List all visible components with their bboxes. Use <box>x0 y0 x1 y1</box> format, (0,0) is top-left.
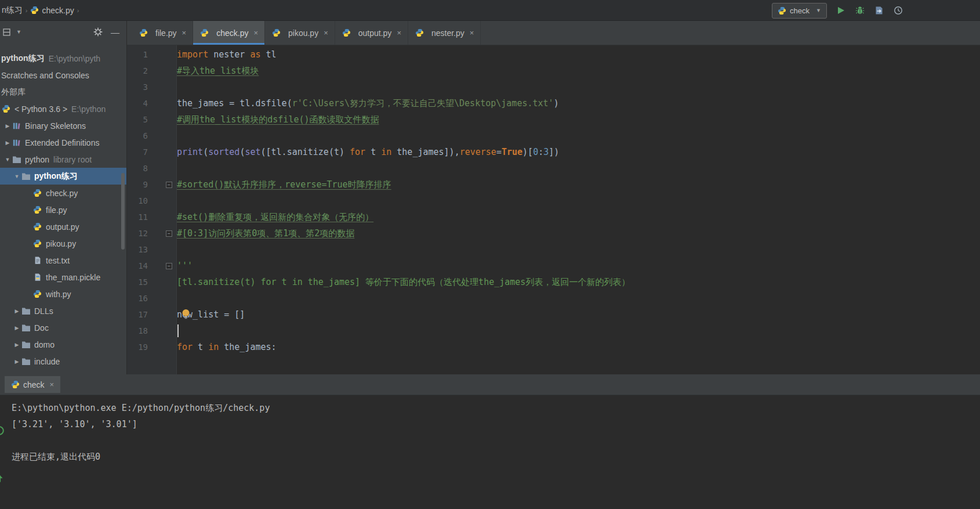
python-file-icon <box>778 6 786 15</box>
fold-marker-icon[interactable]: − <box>166 230 172 237</box>
code-text: import nester as tl <box>177 46 980 63</box>
fold-marker-icon[interactable]: − <box>166 182 172 188</box>
tab-close-icon[interactable]: × <box>397 28 401 37</box>
tab-close-icon[interactable]: × <box>50 380 55 389</box>
project-panel-header: ▼ — <box>0 21 126 43</box>
console-line: 进程已结束,退出代码0 <box>12 449 980 465</box>
chevron-collapsed-icon[interactable]: ▶ <box>13 325 21 331</box>
folder-icon <box>21 323 31 333</box>
editor-tab-label: pikou.py <box>288 28 318 38</box>
library-icon <box>12 138 21 147</box>
tree-item-label: domo <box>34 340 55 349</box>
tree-item[interactable]: ▼pythonlibrary root <box>0 151 126 168</box>
tree-item-hint: E:\python <box>71 104 106 114</box>
console-output[interactable]: E:\python\python.exe E:/python/python练习/… <box>0 395 980 465</box>
breadcrumb-project[interactable]: n练习 <box>2 5 23 16</box>
tree-item[interactable]: ▼python练习 <box>0 168 126 185</box>
coverage-button[interactable] <box>874 5 884 16</box>
line-number: 9 <box>127 176 148 193</box>
tree-item[interactable]: check.py <box>0 185 126 201</box>
tab-close-icon[interactable]: × <box>324 28 328 37</box>
breadcrumb-file-label: check.py <box>42 6 74 15</box>
code-line: 7print(sorted(set([tl.sanitize(t) for t … <box>127 144 980 160</box>
tree-item[interactable]: Scratches and Consoles <box>0 67 126 84</box>
line-number: 3 <box>127 79 148 95</box>
chevron-collapsed-icon[interactable]: ▶ <box>13 308 21 314</box>
code-text: [tl.sanitize(t) for t in the_james] 等价于下… <box>177 274 980 290</box>
folder-icon <box>21 306 31 316</box>
title-bar: n练习 › check.py › check ▼ <box>0 0 980 21</box>
editor-tab[interactable]: output.py× <box>335 21 408 45</box>
tree-item-label: the_man.pickle <box>46 273 100 282</box>
tree-item[interactable]: ▶DLLs <box>0 302 126 319</box>
tree-item-label: 外部库 <box>1 87 26 98</box>
line-number: 13 <box>127 241 148 258</box>
tree-item[interactable]: pikou.py <box>0 235 126 252</box>
code-line: 13 <box>127 241 980 258</box>
tab-close-icon[interactable]: × <box>182 28 187 37</box>
tree-item-hint: library root <box>53 155 92 164</box>
tree-item-label: python <box>25 155 49 164</box>
code-line: 19for t in the_james: <box>127 339 980 355</box>
tree-item-label: output.py <box>46 222 79 232</box>
code-text <box>177 128 980 144</box>
run-config-selector[interactable]: check ▼ <box>772 3 827 19</box>
rerun-icon[interactable] <box>0 425 5 436</box>
editor-tab[interactable]: file.py× <box>132 21 193 45</box>
run-button[interactable] <box>836 5 846 16</box>
editor-tab[interactable]: pikou.py× <box>265 21 335 45</box>
project-view-selector[interactable]: ▼ <box>3 28 21 36</box>
tree-item[interactable]: output.py <box>0 218 126 235</box>
line-number: 5 <box>127 111 148 128</box>
tree-item[interactable]: ▶domo <box>0 336 126 353</box>
python-file-icon <box>415 28 424 38</box>
breadcrumb-separator-icon: › <box>26 7 28 14</box>
tree-item[interactable]: ▶Extended Definitions <box>0 134 126 151</box>
tree-item[interactable]: python练习E:\python\pyth <box>0 50 126 67</box>
profiler-button[interactable] <box>893 5 903 16</box>
code-line: 18 <box>127 323 980 339</box>
tree-item[interactable]: test.txt <box>0 252 126 269</box>
tree-item-label: pikou.py <box>46 239 76 248</box>
code-text: print(sorted(set([tl.sanitize(t) for t i… <box>177 144 980 160</box>
code-text <box>177 323 980 339</box>
tree-item[interactable]: with.py <box>0 286 126 302</box>
tree-item[interactable]: 外部库 <box>0 84 126 100</box>
editor-tab[interactable]: check.py× <box>193 21 265 45</box>
tab-close-icon[interactable]: × <box>253 28 258 37</box>
tree-item-label: file.py <box>46 205 67 215</box>
code-lines: 1import nester as tl2#导入the_list模块34the_… <box>127 46 980 355</box>
tree-item[interactable]: < Python 3.6 >E:\python <box>0 100 126 117</box>
python-file-icon <box>342 28 351 38</box>
code-text: #调用the_list模块的dsfile()函数读取文件数据 <box>177 111 980 128</box>
line-number: 8 <box>127 160 148 176</box>
folder-icon <box>12 155 21 164</box>
fold-marker-icon[interactable]: − <box>166 263 172 269</box>
intention-bulb-icon[interactable] <box>181 309 191 320</box>
console-tab-check[interactable]: check × <box>5 376 60 393</box>
scroll-up-icon[interactable] <box>0 473 5 483</box>
chevron-expanded-icon[interactable]: ▼ <box>3 157 12 163</box>
editor-area[interactable]: 1import nester as tl2#导入the_list模块34the_… <box>127 45 980 374</box>
run-config-label: check <box>790 6 810 15</box>
tree-item[interactable]: ▶include <box>0 353 126 370</box>
project-tree: python练习E:\python\pythScratches and Cons… <box>0 46 126 374</box>
chevron-collapsed-icon[interactable]: ▶ <box>3 123 12 129</box>
tree-item[interactable]: file.py <box>0 201 126 218</box>
breadcrumb-separator-icon: › <box>77 7 79 14</box>
editor-tab[interactable]: nester.py× <box>408 21 481 45</box>
settings-gear-icon[interactable] <box>93 27 103 37</box>
hide-panel-icon[interactable]: — <box>111 28 119 37</box>
tab-close-icon[interactable]: × <box>470 28 474 37</box>
tree-item[interactable]: ▶Doc <box>0 319 126 336</box>
breadcrumb-file[interactable]: check.py <box>30 6 74 15</box>
tree-scrollbar-thumb[interactable] <box>121 173 125 250</box>
tree-item[interactable]: the_man.pickle <box>0 269 126 286</box>
chevron-collapsed-icon[interactable]: ▶ <box>13 359 21 364</box>
editor-tab-strip: file.py×check.py×pikou.py×output.py×nest… <box>127 21 980 45</box>
tree-item[interactable]: ▶Binary Skeletons <box>0 117 126 134</box>
debug-button[interactable] <box>855 5 865 16</box>
chevron-collapsed-icon[interactable]: ▶ <box>13 342 21 348</box>
chevron-expanded-icon[interactable]: ▼ <box>13 174 21 179</box>
chevron-collapsed-icon[interactable]: ▶ <box>3 140 12 146</box>
